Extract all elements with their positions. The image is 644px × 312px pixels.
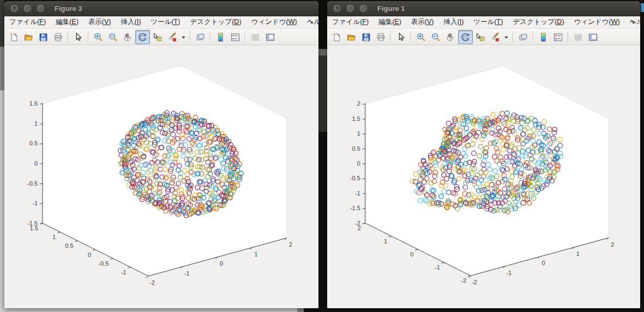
toolbar-separator [533,32,534,42]
axes-walls [365,66,609,276]
pan-icon[interactable] [121,30,135,44]
close-button[interactable]: × [10,4,19,13]
zoom-out-icon[interactable] [106,30,121,44]
toolbar-separator [245,32,246,42]
toolbar-separator [390,32,392,42]
legend-icon[interactable] [551,30,565,44]
x-tick-label: 1 [576,250,580,257]
colorbar-icon[interactable] [536,30,551,44]
x-tick-label: 2 [289,241,292,248]
y-tick-label: 1.5 [30,225,38,231]
maximize-button[interactable]: ▫ [36,4,45,13]
desktop-background [318,49,327,56]
print-icon[interactable] [51,30,65,44]
x-tick-label: -1 [184,270,190,277]
menu-overflow-icon[interactable]: ↘ [308,17,314,25]
menu-item-view[interactable]: 表示(V) [406,16,439,28]
data-cursor-icon[interactable] [150,30,165,44]
close-button[interactable]: × [333,4,342,13]
title-bar[interactable]: ×−▫ Figure 1 [327,1,640,16]
y-tick-label: 0 [88,252,91,258]
hide-plot-tools-icon[interactable] [571,30,586,44]
brush-dropdown-icon[interactable] [502,30,510,44]
scatter3-plot[interactable]: 21.510.50-0.5-1-1.5-2210-1-2-2-1012 [327,44,640,308]
y-tick-label: 0 [410,251,413,258]
title-bar[interactable]: ×−▫ Figure 3 [4,1,318,16]
window-title: Figure 1 [377,4,405,13]
show-plot-tools-icon[interactable] [263,30,278,44]
save-icon[interactable] [36,30,51,44]
z-tick-label: 1 [34,120,38,127]
hide-plot-tools-icon[interactable] [248,30,263,44]
z-tick-label: 2 [357,100,360,107]
zoom-out-icon[interactable] [429,30,443,44]
desktop-background [0,90,4,308]
z-tick-label: -1.5 [350,205,360,211]
z-tick-label: 0.5 [29,140,38,146]
scatter3-plot[interactable]: 1.510.50-0.5-1-1.51.510.50-0.5-1-2-1012 [4,44,318,308]
brush-icon[interactable] [165,30,179,44]
link-plots-icon[interactable] [516,30,531,44]
pointer-icon[interactable] [394,30,408,44]
toolbar-separator [88,32,89,42]
y-tick-label: -0.5 [98,260,109,267]
new-file-icon[interactable] [329,30,344,44]
menu-bar: ファイル(F)編集(E)表示(V)挿入(I)ツール(T)デスクトップ(D)ウィン… [327,16,640,29]
menu-item-file[interactable]: ファイル(F) [4,16,51,28]
open-folder-icon[interactable] [21,30,36,44]
taskbar-strip [0,308,297,312]
pan-icon[interactable] [443,30,458,44]
minimize-button[interactable]: − [23,4,32,13]
menu-item-tools[interactable]: ツール(T) [146,16,185,28]
menu-item-edit[interactable]: 編集(E) [374,16,406,28]
save-icon[interactable] [359,30,374,44]
x-tick-label: 0 [542,260,545,266]
z-tick-label: 1.5 [352,115,360,122]
z-tick-label: 1.5 [29,100,38,107]
menu-item-desktop[interactable]: デスクトップ(D) [185,16,246,28]
link-plots-icon[interactable] [193,30,208,44]
axes-walls [43,65,287,276]
menu-item-window[interactable]: ウィンドウ(W) [246,16,302,28]
show-plot-tools-icon[interactable] [586,30,600,44]
menu-item-window[interactable]: ウィンドウ(W) [569,16,625,28]
desktop-background [0,47,4,90]
matlab-figure-window: ×−▫ Figure 1 ファイル(F)編集(E)表示(V)挿入(I)ツール(T… [327,1,640,308]
z-tick-label: -1 [355,190,360,197]
menu-overflow-icon[interactable]: ↘ [630,17,635,25]
legend-icon[interactable] [228,30,243,44]
x-tick-label: -2 [472,279,477,285]
maximize-button[interactable]: ▫ [359,4,368,13]
colorbar-icon[interactable] [213,30,228,44]
toolbar-separator [568,32,569,42]
zoom-in-icon[interactable] [91,30,106,44]
toolbar-separator [68,32,69,42]
pointer-icon[interactable] [71,30,86,44]
y-tick-label: 1 [52,234,56,240]
menu-item-file[interactable]: ファイル(F) [327,16,374,28]
desktop-background [641,3,644,12]
menu-item-desktop[interactable]: デスクトップ(D) [508,16,569,28]
y-tick-label: -1 [435,264,440,271]
brush-icon[interactable] [487,30,502,44]
new-file-icon[interactable] [7,30,21,44]
brush-dropdown-icon[interactable] [179,30,188,44]
rotate-3d-icon[interactable] [458,30,473,44]
x-tick-label: -1 [506,270,511,276]
menu-item-insert[interactable]: 挿入(I) [439,16,469,28]
z-tick-label: -1 [32,200,38,206]
menu-item-edit[interactable]: 編集(E) [51,16,83,28]
minimize-button[interactable]: − [346,4,355,13]
zoom-in-icon[interactable] [414,30,429,44]
menu-item-insert[interactable]: 挿入(I) [116,16,146,28]
z-tick-label: -0.5 [350,175,360,181]
menu-item-view[interactable]: 表示(V) [83,16,116,28]
toolbar [327,29,640,45]
menu-item-tools[interactable]: ツール(T) [468,16,508,28]
toolbar-separator [513,32,514,42]
print-icon[interactable] [374,30,388,44]
z-tick-label: 0.5 [352,145,360,152]
rotate-3d-icon[interactable] [135,30,150,44]
open-folder-icon[interactable] [344,30,359,44]
data-cursor-icon[interactable] [473,30,487,44]
